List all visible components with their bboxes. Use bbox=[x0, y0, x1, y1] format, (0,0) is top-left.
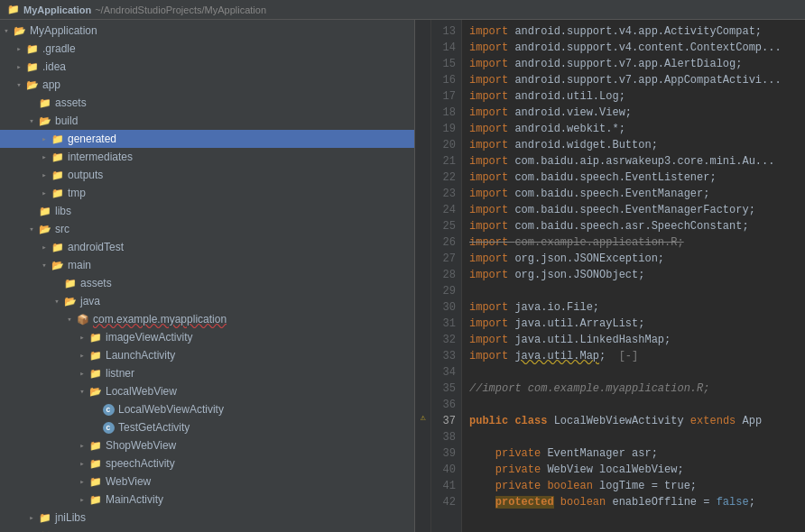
line-number-30: 30 bbox=[435, 299, 456, 316]
tree-arrow-com_package[interactable]: ▾ bbox=[63, 315, 76, 325]
tree-item-myapplication[interactable]: ▾📂MyApplication bbox=[0, 22, 414, 40]
tree-item-src[interactable]: ▾📂src bbox=[0, 220, 414, 238]
code-editor-panel[interactable]: ⚠ 13141516171819202122232425262728293031… bbox=[415, 20, 805, 532]
code-line-41: private boolean logTime = true; bbox=[469, 478, 798, 494]
tree-item-androidtest[interactable]: ▸📁androidTest bbox=[0, 238, 414, 256]
tree-arrow-shopwebview[interactable]: ▸ bbox=[76, 441, 88, 451]
tree-item-jnilibs[interactable]: ▸📁jniLibs bbox=[0, 509, 414, 527]
gutter-line-27 bbox=[415, 247, 430, 263]
gutter-line-28 bbox=[415, 263, 430, 280]
gutter-line-32 bbox=[415, 328, 430, 344]
tree-arrow-build[interactable]: ▾ bbox=[25, 116, 38, 126]
tree-item-mainactivity[interactable]: ▸📁MainActivity bbox=[0, 491, 414, 509]
gutter-line-24 bbox=[415, 198, 430, 215]
tree-arrow-src[interactable]: ▾ bbox=[25, 225, 38, 234]
tree-arrow-launchactivity[interactable]: ▸ bbox=[76, 351, 88, 361]
tree-arrow-webview[interactable]: ▸ bbox=[76, 477, 88, 487]
tree-item-localwebview[interactable]: ▾📂LocalWebView bbox=[0, 382, 414, 400]
tree-item-testgetactivity[interactable]: CTestGetActivity bbox=[0, 418, 414, 436]
line-number-14: 14 bbox=[435, 40, 456, 56]
code-line-33: import java.util.Map; [-] bbox=[469, 348, 798, 364]
tree-arrow-androidtest[interactable]: ▸ bbox=[38, 243, 51, 252]
tree-icon-launchactivity: 📁 bbox=[88, 350, 103, 362]
gutter-line-25 bbox=[415, 215, 430, 231]
tree-item-tmp[interactable]: ▸📁tmp bbox=[0, 184, 414, 202]
tree-icon-idea: 📁 bbox=[25, 61, 40, 73]
tree-item-outputs[interactable]: ▸📁outputs bbox=[0, 166, 414, 184]
tree-label-gradle: .gradle bbox=[42, 42, 76, 55]
gutter-line-13 bbox=[415, 20, 430, 36]
title-project-name: MyApplication bbox=[23, 5, 91, 15]
tree-item-assets2[interactable]: 📁assets bbox=[0, 274, 414, 292]
tree-arrow-speechactivity[interactable]: ▸ bbox=[76, 459, 88, 469]
tree-arrow-app[interactable]: ▾ bbox=[13, 80, 25, 90]
tree-icon-webview: 📁 bbox=[88, 476, 103, 488]
line-number-17: 17 bbox=[435, 88, 456, 105]
tree-item-app[interactable]: ▾📂app bbox=[0, 76, 414, 94]
line-number-29: 29 bbox=[435, 283, 456, 299]
tree-item-java[interactable]: ▾📂java bbox=[0, 292, 414, 310]
tree-arrow-localwebview[interactable]: ▾ bbox=[76, 387, 88, 397]
tree-arrow-tmp[interactable]: ▸ bbox=[38, 188, 51, 198]
tree-item-localwebviewactivity[interactable]: CLocalWebViewActivity bbox=[0, 400, 414, 418]
tree-icon-java: 📂 bbox=[63, 296, 78, 307]
tree-item-generated[interactable]: ▸📁generated bbox=[0, 130, 414, 148]
line-number-35: 35 bbox=[435, 381, 456, 397]
tree-arrow-main[interactable]: ▾ bbox=[38, 261, 51, 271]
code-line-32: import java.util.LinkedHashMap; bbox=[469, 332, 798, 348]
code-line-22: import com.baidu.speech.EventListener; bbox=[469, 170, 798, 186]
tree-arrow-outputs[interactable]: ▸ bbox=[38, 170, 51, 180]
tree-item-assets1[interactable]: 📁assets bbox=[0, 94, 414, 112]
tree-item-idea[interactable]: ▸📁.idea bbox=[0, 58, 414, 76]
code-line-27: import org.json.JSONException; bbox=[469, 251, 798, 267]
tree-label-mainactivity: MainActivity bbox=[106, 493, 163, 506]
tree-arrow-gradle[interactable]: ▸ bbox=[13, 44, 25, 54]
line-number-37: 37 bbox=[435, 413, 456, 429]
line-number-20: 20 bbox=[435, 137, 456, 153]
code-content[interactable]: import android.support.v4.app.ActivityCo… bbox=[462, 20, 805, 532]
tree-arrow-intermediates[interactable]: ▸ bbox=[38, 152, 51, 162]
tree-item-res[interactable]: ▸📁res bbox=[0, 527, 414, 532]
tree-label-src: src bbox=[55, 223, 69, 235]
code-line-23: import com.baidu.speech.EventManager; bbox=[469, 186, 798, 202]
tree-arrow-mainactivity[interactable]: ▸ bbox=[76, 495, 88, 505]
project-icon: 📁 bbox=[7, 4, 20, 15]
tree-arrow-generated[interactable]: ▸ bbox=[38, 134, 51, 144]
code-line-34 bbox=[469, 364, 798, 381]
file-tree-panel[interactable]: ▾📂MyApplication▸📁.gradle▸📁.idea▾📂app📁ass… bbox=[0, 20, 415, 532]
line-number-41: 41 bbox=[435, 478, 456, 494]
tree-item-listner[interactable]: ▸📁listner bbox=[0, 364, 414, 382]
tree-item-com_package[interactable]: ▾📦com.example.myapplication bbox=[0, 310, 414, 328]
tree-arrow-myapplication[interactable]: ▾ bbox=[0, 26, 13, 36]
tree-icon-assets1: 📁 bbox=[38, 97, 52, 109]
tree-item-main[interactable]: ▾📂main bbox=[0, 256, 414, 274]
tree-arrow-java[interactable]: ▾ bbox=[51, 297, 63, 307]
tree-icon-app: 📂 bbox=[25, 79, 40, 91]
tree-item-webview[interactable]: ▸📁WebView bbox=[0, 472, 414, 491]
line-number-31: 31 bbox=[435, 316, 456, 332]
line-number-42: 42 bbox=[435, 494, 456, 510]
tree-item-shopwebview[interactable]: ▸📁ShopWebView bbox=[0, 436, 414, 454]
tree-icon-speechactivity: 📁 bbox=[88, 458, 103, 470]
tree-icon-localwebview: 📂 bbox=[88, 386, 103, 398]
tree-item-gradle[interactable]: ▸📁.gradle bbox=[0, 40, 414, 58]
tree-label-launchactivity: LaunchActivity bbox=[106, 349, 175, 362]
gutter-line-15 bbox=[415, 52, 430, 69]
tree-arrow-jnilibs[interactable]: ▸ bbox=[25, 513, 38, 523]
tree-label-idea: .idea bbox=[42, 60, 66, 73]
tree-item-intermediates[interactable]: ▸📁intermediates bbox=[0, 148, 414, 166]
tree-icon-assets2: 📁 bbox=[63, 278, 78, 289]
tree-item-libs[interactable]: 📁libs bbox=[0, 202, 414, 220]
tree-item-imageviewactivity[interactable]: ▸📁imageViewActivity bbox=[0, 328, 414, 346]
tree-item-build[interactable]: ▾📂build bbox=[0, 112, 414, 130]
tree-arrow-listner[interactable]: ▸ bbox=[76, 369, 88, 379]
tree-label-intermediates: intermediates bbox=[68, 151, 133, 163]
tree-item-speechactivity[interactable]: ▸📁speechActivity bbox=[0, 454, 414, 472]
line-number-19: 19 bbox=[435, 121, 456, 137]
tree-item-launchactivity[interactable]: ▸📁LaunchActivity bbox=[0, 346, 414, 364]
tree-label-webview: WebView bbox=[106, 475, 151, 488]
tree-arrow-imageviewactivity[interactable]: ▸ bbox=[76, 333, 88, 343]
line-number-39: 39 bbox=[435, 445, 456, 462]
tree-arrow-idea[interactable]: ▸ bbox=[13, 62, 25, 72]
code-line-30: import java.io.File; bbox=[469, 299, 798, 316]
